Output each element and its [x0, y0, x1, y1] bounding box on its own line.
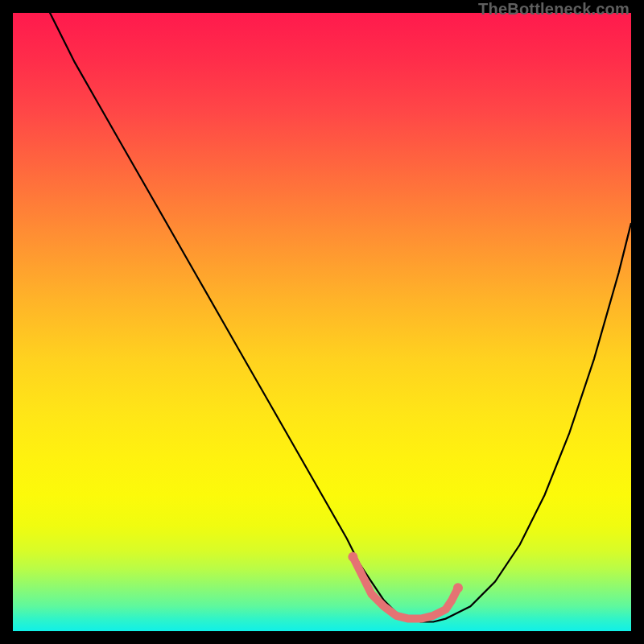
bottleneck-curve	[13, 13, 631, 622]
chart-container: TheBottleneck.com	[0, 0, 644, 644]
highlight-start-dot	[348, 552, 357, 562]
chart-svg	[13, 13, 631, 631]
highlight-region	[353, 557, 458, 619]
highlight-end-dot	[453, 583, 463, 592]
plot-area	[13, 13, 631, 631]
attribution-label: TheBottleneck.com	[478, 0, 630, 19]
